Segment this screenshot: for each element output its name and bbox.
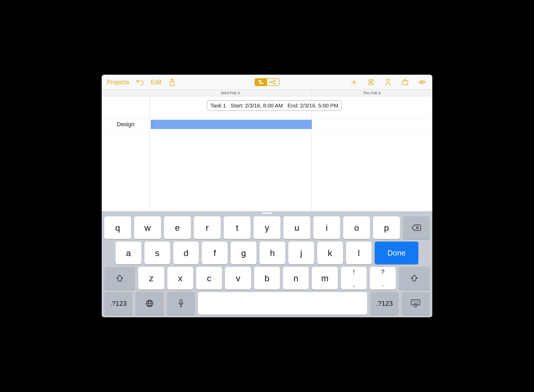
app-window: Projects Edit [102, 75, 432, 317]
key-e[interactable]: e [164, 216, 191, 239]
projects-button[interactable]: Projects [104, 79, 132, 86]
toolbar-left: Projects Edit [104, 76, 178, 88]
key-i[interactable]: i [313, 216, 340, 239]
share-button[interactable] [167, 76, 178, 88]
key-numbers-right[interactable]: .?123 [370, 292, 398, 315]
key-p[interactable]: p [373, 216, 400, 239]
keyboard-row-4: .?123 .?123 [104, 292, 430, 315]
svg-rect-9 [402, 81, 408, 85]
group-button[interactable] [365, 76, 377, 88]
key-exclaim-label: ! [353, 268, 355, 276]
gantt-icon [257, 80, 265, 84]
svg-rect-13 [180, 300, 182, 304]
svg-rect-14 [411, 300, 420, 305]
task-bar[interactable] [151, 120, 312, 129]
key-c[interactable]: c [196, 267, 222, 289]
key-globe[interactable] [135, 292, 163, 315]
toolbar-right [348, 76, 430, 88]
keyboard-row-1: q w e r t y u i o p [104, 216, 430, 239]
key-j[interactable]: j [288, 242, 314, 264]
keyboard-handle[interactable] [262, 212, 272, 214]
key-shift-right[interactable] [399, 267, 430, 289]
tooltip-start: Start: 2/3/16, 8:00 AM [231, 103, 283, 109]
microphone-icon [178, 299, 184, 308]
key-numbers-left[interactable]: .?123 [104, 292, 132, 315]
key-backspace[interactable] [403, 216, 430, 239]
view-mode-network[interactable] [267, 79, 279, 86]
svg-rect-7 [369, 83, 373, 84]
timeline-header-outline [102, 90, 150, 96]
key-r[interactable]: r [194, 216, 221, 239]
shift-icon [410, 274, 418, 282]
undo-icon [136, 79, 144, 85]
key-d[interactable]: d [173, 242, 199, 264]
task-row[interactable]: Design [102, 117, 432, 131]
view-mode-gantt[interactable] [255, 79, 267, 86]
key-comma[interactable]: ! , [341, 267, 367, 289]
briefcase-button[interactable] [399, 76, 411, 88]
eye-icon [418, 80, 426, 85]
key-hide-keyboard[interactable] [402, 292, 430, 315]
onscreen-keyboard: q w e r t y u i o p a s d f g h j [102, 211, 432, 317]
key-y[interactable]: y [254, 216, 280, 239]
key-v[interactable]: v [225, 267, 251, 289]
key-b[interactable]: b [254, 267, 280, 289]
resources-button[interactable] [382, 76, 394, 88]
key-a[interactable]: a [116, 242, 141, 264]
shift-icon [116, 274, 124, 282]
key-o[interactable]: o [343, 216, 370, 239]
key-shift-left[interactable] [104, 267, 135, 289]
outline-divider [150, 96, 150, 211]
add-button[interactable] [348, 76, 360, 88]
key-w[interactable]: w [134, 216, 161, 239]
timeline-day-1: Wed Feb 3 [150, 90, 311, 96]
key-space[interactable] [198, 292, 367, 315]
key-f[interactable]: f [202, 242, 228, 264]
tooltip-end: End: 2/3/16, 5:00 PM [288, 103, 338, 109]
key-h[interactable]: h [260, 242, 285, 264]
key-done[interactable]: Done [375, 242, 418, 264]
key-period-label: . [382, 281, 384, 288]
key-z[interactable]: z [138, 267, 164, 289]
backspace-icon [411, 224, 421, 231]
group-icon [368, 79, 374, 86]
key-s[interactable]: s [144, 242, 170, 264]
share-icon [169, 78, 175, 86]
view-mode-segmented [255, 78, 279, 86]
svg-point-10 [421, 81, 423, 83]
edit-button[interactable]: Edit [148, 79, 165, 86]
svg-rect-6 [369, 80, 373, 81]
svg-point-8 [387, 79, 389, 82]
key-n[interactable]: n [283, 267, 309, 289]
svg-rect-3 [270, 81, 272, 83]
key-g[interactable]: g [231, 242, 256, 264]
key-q[interactable]: q [104, 216, 131, 239]
key-m[interactable]: m [312, 267, 338, 289]
timeline-header: Wed Feb 3 Thu Feb 4 [102, 90, 432, 96]
person-icon [385, 79, 391, 86]
key-question-label: ? [381, 268, 384, 276]
task-tooltip: Task 1 Start: 2/3/16, 8:00 AM End: 2/3/1… [207, 100, 342, 111]
undo-button[interactable] [134, 76, 146, 88]
svg-rect-2 [259, 83, 264, 84]
view-options-button[interactable] [416, 76, 428, 88]
globe-icon [145, 299, 154, 308]
plus-icon [351, 79, 357, 86]
key-comma-label: , [353, 281, 355, 288]
tooltip-task-name: Task 1 [210, 103, 226, 109]
key-period[interactable]: ? . [370, 267, 395, 289]
key-x[interactable]: x [167, 267, 193, 289]
key-dictate[interactable] [167, 292, 195, 315]
key-t[interactable]: t [224, 216, 251, 239]
toolbar: Projects Edit [102, 75, 432, 90]
key-u[interactable]: u [283, 216, 310, 239]
keyboard-row-2: a s d f g h j k l Done [104, 242, 430, 264]
key-k[interactable]: k [317, 242, 343, 264]
day-divider [311, 96, 312, 211]
task-label[interactable]: Design [102, 121, 150, 128]
network-icon [269, 80, 277, 84]
keyboard-row-3: z x c v b n m ! , ? . [104, 267, 430, 289]
gantt-area[interactable]: Task 1 Start: 2/3/16, 8:00 AM End: 2/3/1… [102, 96, 432, 211]
svg-rect-1 [258, 80, 262, 82]
key-l[interactable]: l [346, 242, 372, 264]
